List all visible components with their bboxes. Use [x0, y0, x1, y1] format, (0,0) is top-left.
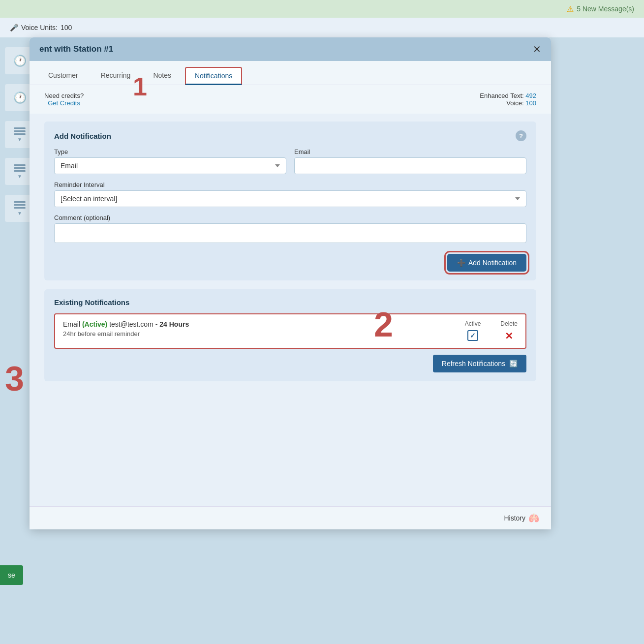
voice-value: 100 [61, 24, 72, 31]
voice-units-bar: 🎤 Voice Units: 100 [0, 18, 644, 37]
add-notification-title: Add Notification ? [54, 130, 526, 141]
modal-body: Add Notification ? Type Email SMS Voice … [30, 114, 551, 506]
notification-content: Email (Active) test@test.com - 24 Hours … [63, 320, 465, 337]
notification-line2: 24hr before email reminder [63, 330, 465, 337]
get-credits-section: Need credits? Get Credits [44, 92, 84, 107]
type-label: Type [54, 148, 286, 155]
reminder-interval-label: Reminder Interval [54, 181, 526, 188]
refresh-row: Refresh Notifications 🔄 [54, 355, 526, 372]
credits-row: Need credits? Get Credits Enhanced Text:… [30, 85, 551, 114]
menu-bars-2 [14, 164, 26, 172]
history-link[interactable]: History 🫁 [504, 513, 539, 523]
credits-values: Enhanced Text: 492 Voice: 100 [480, 92, 536, 107]
existing-notifications-title: Existing Notifications [54, 298, 526, 307]
refresh-notifications-label: Refresh Notifications [442, 360, 505, 368]
chevron-icon-1: ▼ [17, 137, 22, 142]
tabs-row: Customer Recurring Notes Notifications [30, 61, 551, 85]
comment-group: Comment (optional) [54, 214, 526, 243]
step-3-annotation: 3 [5, 359, 24, 399]
delete-column-header: Delete [500, 320, 518, 327]
email-input[interactable] [294, 157, 526, 174]
voice-credits-label: Voice: [506, 99, 523, 107]
modal-header: ent with Station #1 ✕ [30, 37, 551, 61]
notification-actions: Active Delete ✕ [465, 320, 518, 342]
active-column-header: Active [465, 320, 481, 327]
lung-icon: 🫁 [528, 513, 539, 523]
enhanced-text-label: Enhanced Text: [480, 92, 523, 99]
new-messages-text: 5 New Message(s) [577, 5, 634, 13]
reminder-interval-select[interactable]: [Select an interval] 1 Hour 4 Hours 8 Ho… [54, 190, 526, 207]
delete-button[interactable]: ✕ [505, 330, 513, 342]
enhanced-text-row: Enhanced Text: 492 [480, 92, 536, 99]
type-select[interactable]: Email SMS Voice [54, 157, 286, 174]
refresh-notifications-button[interactable]: Refresh Notifications 🔄 [433, 355, 526, 372]
tab-customer[interactable]: Customer [39, 67, 87, 85]
voice-credits-value: 100 [525, 99, 536, 107]
bottom-left-button[interactable]: se [0, 565, 23, 585]
close-button[interactable]: ✕ [533, 44, 541, 54]
add-notification-button-label: Add Notification [468, 259, 517, 267]
clock-icon-1: 🕐 [13, 55, 27, 67]
tab-notes[interactable]: Notes [144, 67, 180, 85]
menu-bars-3 [14, 201, 26, 209]
voice-label: Voice Units: [21, 24, 58, 31]
new-messages-banner[interactable]: ⚠ 5 New Message(s) [567, 4, 634, 14]
tab-recurring[interactable]: Recurring [92, 67, 140, 85]
top-bar: ⚠ 5 New Message(s) [0, 0, 644, 18]
need-credits-label: Need credits? [44, 92, 84, 99]
modal-title: ent with Station #1 [39, 44, 113, 54]
modal: ent with Station #1 ✕ Customer Recurring… [30, 37, 551, 529]
active-checkbox[interactable] [467, 330, 478, 341]
notif-interval: 24 Hours [159, 320, 189, 328]
email-group: Email [294, 148, 526, 174]
notif-email: test@test.com - [109, 320, 159, 328]
help-icon[interactable]: ? [516, 130, 526, 141]
chevron-icon-2: ▼ [17, 174, 22, 179]
existing-notifications-section: Existing Notifications Email (Active) te… [44, 289, 536, 381]
enhanced-text-value: 492 [525, 92, 536, 99]
email-label: Email [294, 148, 526, 155]
delete-action-col: Delete ✕ [500, 320, 518, 342]
add-notification-button[interactable]: ➕ Add Notification [447, 254, 526, 272]
get-credits-link[interactable]: Get Credits [48, 99, 80, 107]
comment-input[interactable] [54, 223, 526, 243]
voice-row: Voice: 100 [480, 99, 536, 107]
notif-comment: 24hr before email reminder [63, 330, 140, 337]
notif-type: Email [63, 320, 82, 328]
history-label: History [504, 514, 525, 522]
notification-row: Email (Active) test@test.com - 24 Hours … [54, 313, 526, 349]
tab-notifications[interactable]: Notifications [185, 67, 242, 85]
clock-icon-2: 🕐 [13, 92, 27, 104]
step-1-annotation: 1 [133, 74, 147, 99]
add-notification-section: Add Notification ? Type Email SMS Voice … [44, 122, 536, 280]
menu-bars-1 [14, 127, 26, 135]
plus-icon: ➕ [457, 259, 465, 267]
warning-icon: ⚠ [567, 4, 574, 14]
refresh-icon: 🔄 [509, 360, 518, 368]
comment-label: Comment (optional) [54, 214, 526, 221]
mic-icon: 🎤 [10, 24, 18, 31]
chevron-icon-3: ▼ [17, 211, 22, 216]
add-button-wrapper: ➕ Add Notification [54, 250, 526, 272]
type-email-row: Type Email SMS Voice Email [54, 148, 526, 174]
active-action-col: Active [465, 320, 481, 341]
notif-status: (Active) [82, 320, 109, 328]
reminder-interval-group: Reminder Interval [Select an interval] 1… [54, 181, 526, 207]
step-2-annotation: 2 [374, 305, 393, 344]
modal-footer: History 🫁 [30, 506, 551, 529]
notification-line1: Email (Active) test@test.com - 24 Hours [63, 320, 465, 328]
type-group: Type Email SMS Voice [54, 148, 286, 174]
